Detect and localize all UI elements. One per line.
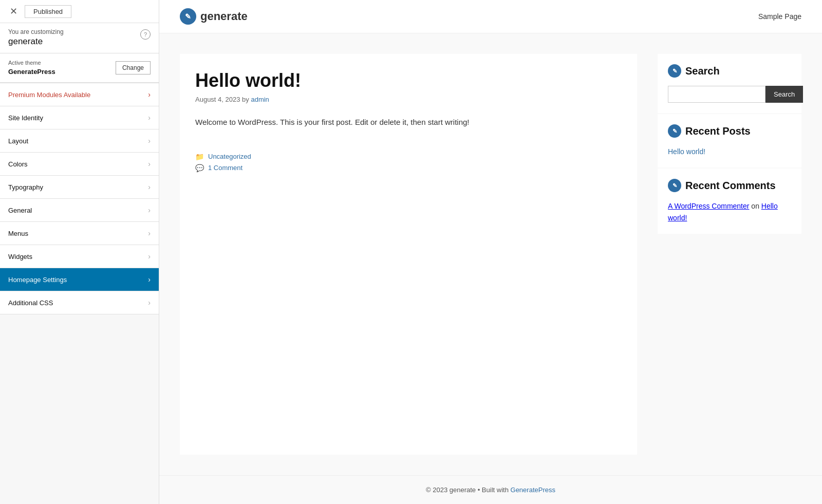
recent-posts-title: ✎ Recent Posts xyxy=(668,124,791,138)
change-theme-button[interactable]: Change xyxy=(116,61,151,74)
nav-item-chevron-general: › xyxy=(148,206,151,214)
nav-item-homepage-settings[interactable]: Homepage Settings› xyxy=(0,268,159,291)
nav-section: Premium Modules Available›Site Identity›… xyxy=(0,83,159,504)
post-body: Welcome to WordPress. This is your first… xyxy=(195,116,622,129)
nav-item-chevron-homepage-settings: › xyxy=(148,275,151,284)
recent-comments-content: A WordPress Commenter on Hello world! xyxy=(668,200,791,223)
on-text: on xyxy=(751,202,761,210)
search-widget: ✎ Search Search xyxy=(658,54,801,113)
footer-link[interactable]: GeneratePress xyxy=(511,486,555,494)
search-input[interactable] xyxy=(668,86,765,103)
search-button[interactable]: Search xyxy=(765,86,803,103)
nav-item-label-homepage-settings: Homepage Settings xyxy=(8,276,67,284)
site-title: generate xyxy=(200,10,248,23)
nav-item-colors[interactable]: Colors› xyxy=(0,153,159,176)
nav-link-sample-page[interactable]: Sample Page xyxy=(758,12,801,21)
post-by: by xyxy=(242,96,251,103)
nav-item-label-site-identity: Site Identity xyxy=(8,114,43,122)
current-theme-label: generate xyxy=(8,36,64,47)
customizing-label: You are customizing xyxy=(8,28,64,35)
nav-item-chevron-layout: › xyxy=(148,137,151,145)
nav-item-widgets[interactable]: Widgets› xyxy=(0,245,159,268)
nav-item-chevron-site-identity: › xyxy=(148,114,151,122)
nav-item-label-additional-css: Additional CSS xyxy=(8,299,53,307)
post-comments-link[interactable]: 1 Comment xyxy=(208,164,242,172)
main-content: Hello world! August 4, 2023 by admin Wel… xyxy=(180,54,637,455)
commenter-link[interactable]: A WordPress Commenter xyxy=(668,202,749,210)
sidebar-info: You are customizing generate ? xyxy=(0,23,159,53)
customizing-info: You are customizing generate xyxy=(8,28,64,47)
recent-comments-title-text: Recent Comments xyxy=(685,180,776,192)
nav-item-label-menus: Menus xyxy=(8,230,28,237)
post-footer: 📁 Uncategorized 💬 1 Comment xyxy=(195,144,622,172)
nav-item-chevron-menus: › xyxy=(148,229,151,237)
search-widget-icon: ✎ xyxy=(668,64,681,78)
recent-posts-list: Hello world! xyxy=(668,146,791,157)
help-button[interactable]: ? xyxy=(140,29,151,40)
nav-item-label-layout: Layout xyxy=(8,137,28,145)
comment-icon: 💬 xyxy=(195,164,204,172)
post-comments-row: 💬 1 Comment xyxy=(195,164,622,172)
nav-item-premium[interactable]: Premium Modules Available› xyxy=(0,83,159,106)
nav-item-label-widgets: Widgets xyxy=(8,253,32,260)
customizer-sidebar: ✕ Published You are customizing generate… xyxy=(0,0,159,504)
recent-comments-icon: ✎ xyxy=(668,179,681,192)
sidebar-top-bar: ✕ Published xyxy=(0,0,159,23)
post-author-link[interactable]: admin xyxy=(251,96,269,103)
published-button[interactable]: Published xyxy=(25,5,71,18)
nav-item-chevron-colors: › xyxy=(148,160,151,168)
nav-item-label-general: General xyxy=(8,207,32,214)
active-theme-label: Active theme xyxy=(8,60,55,66)
active-theme-name: GeneratePress xyxy=(8,68,55,76)
nav-item-menus[interactable]: Menus› xyxy=(0,222,159,245)
nav-item-label-colors: Colors xyxy=(8,160,28,168)
folder-icon: 📁 xyxy=(195,153,204,161)
recent-post-link[interactable]: Hello world! xyxy=(668,146,791,157)
search-form: Search xyxy=(668,86,791,103)
nav-item-chevron-additional-css: › xyxy=(148,298,151,307)
post-category-link[interactable]: Uncategorized xyxy=(208,153,251,160)
post-meta: August 4, 2023 by admin xyxy=(195,96,622,103)
recent-posts-icon: ✎ xyxy=(668,124,681,138)
sidebar-widgets: ✎ Search Search ✎ Recent Posts Hello wor… xyxy=(658,54,801,455)
close-button[interactable]: ✕ xyxy=(6,4,21,18)
nav-item-chevron-typography: › xyxy=(148,183,151,191)
nav-item-label-typography: Typography xyxy=(8,183,43,191)
post-title: Hello world! xyxy=(195,69,622,91)
recent-posts-widget: ✎ Recent Posts Hello world! xyxy=(658,114,801,167)
search-title-text: Search xyxy=(685,65,720,77)
site-nav: Sample Page xyxy=(758,12,801,21)
recent-comments-widget: ✎ Recent Comments A WordPress Commenter … xyxy=(658,169,801,234)
recent-comments-title: ✎ Recent Comments xyxy=(668,179,791,192)
sidebar-header: ✕ Published You are customizing generate… xyxy=(0,0,159,83)
nav-item-chevron-premium: › xyxy=(148,90,151,99)
site-footer: © 2023 generate • Built with GeneratePre… xyxy=(159,475,822,504)
nav-item-additional-css[interactable]: Additional CSS› xyxy=(0,291,159,314)
recent-posts-title-text: Recent Posts xyxy=(685,125,751,137)
content-wrapper: Hello world! August 4, 2023 by admin Wel… xyxy=(159,33,822,475)
nav-item-label-premium: Premium Modules Available xyxy=(8,91,90,99)
post-date: August 4, 2023 xyxy=(195,96,240,103)
logo-icon: ✎ xyxy=(180,8,196,25)
active-theme-bar: Active theme GeneratePress Change xyxy=(0,53,159,83)
nav-item-layout[interactable]: Layout› xyxy=(0,129,159,153)
nav-item-typography[interactable]: Typography› xyxy=(0,176,159,199)
site-header: ✎ generate Sample Page xyxy=(159,0,822,33)
nav-item-chevron-widgets: › xyxy=(148,252,151,260)
site-logo[interactable]: ✎ generate xyxy=(180,8,248,25)
post-category-row: 📁 Uncategorized xyxy=(195,153,622,161)
active-theme-info: Active theme GeneratePress xyxy=(8,60,55,76)
preview-frame: ✎ generate Sample Page Hello world! Augu… xyxy=(159,0,822,504)
search-widget-title: ✎ Search xyxy=(668,64,791,78)
footer-copyright: © 2023 generate • Built with xyxy=(426,486,509,494)
nav-item-site-identity[interactable]: Site Identity› xyxy=(0,106,159,129)
nav-item-general[interactable]: General› xyxy=(0,199,159,222)
